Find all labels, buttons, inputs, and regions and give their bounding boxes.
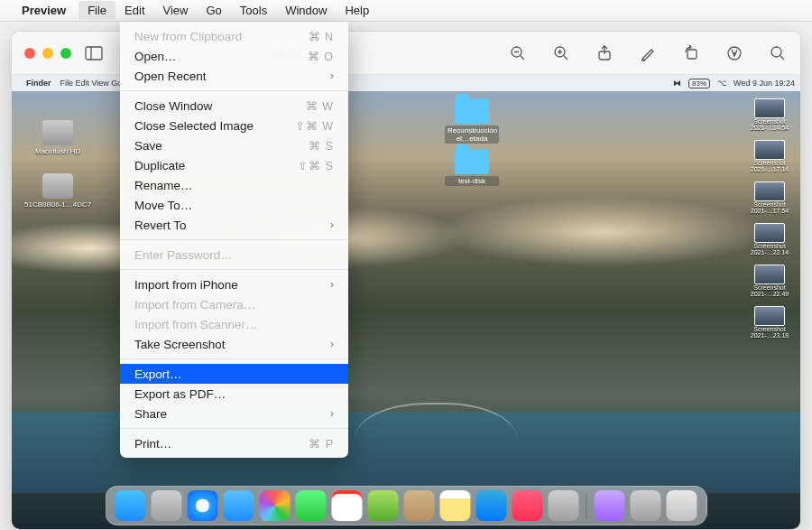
menu-help[interactable]: Help [336, 1, 378, 20]
desktop-screenshot[interactable]: Screenshot 2021-…23.18 [744, 306, 795, 339]
menu-separator [120, 90, 348, 91]
sidebar-toggle-icon[interactable] [84, 43, 104, 63]
menu-item-move-to[interactable]: Move To… [120, 195, 348, 215]
desktop-drive[interactable]: Macintosh HD [24, 120, 91, 155]
menu-item-open[interactable]: Open…⌘ O [120, 46, 348, 66]
menu-go[interactable]: Go [197, 1, 230, 20]
zoom-out-icon[interactable] [508, 43, 528, 63]
menu-item-enter-password: Enter Password… [120, 245, 348, 265]
share-icon[interactable] [595, 43, 614, 63]
menu-item-export-as-pdf[interactable]: Export as PDF… [120, 384, 348, 404]
menu-window[interactable]: Window [276, 1, 336, 20]
wifi-icon: ⧓ [673, 79, 681, 88]
dock-app-contacts[interactable] [404, 490, 435, 521]
menu-item-close-window[interactable]: Close Window⌘ W [120, 96, 348, 116]
desktop-screenshot[interactable]: Screenshot 2021-…22.14 [744, 223, 795, 256]
menu-item-revert-to[interactable]: Revert To› [120, 215, 348, 235]
zoom-in-icon[interactable] [551, 43, 571, 63]
menu-item-save[interactable]: Save⌘ S [120, 135, 348, 155]
search-icon[interactable] [768, 43, 788, 63]
dock-downloads[interactable] [631, 490, 661, 521]
desktop-screenshot[interactable]: Screenshot 2021-…17.54 [744, 181, 795, 214]
dock-app-calendar[interactable] [332, 490, 363, 521]
dock-app-launchpad[interactable] [152, 490, 182, 521]
menu-item-share[interactable]: Share› [120, 404, 348, 423]
svg-rect-0 [86, 47, 102, 60]
desktop-screenshot[interactable]: Screenshot 2021-…17.14 [744, 140, 795, 172]
dock-app-mail[interactable] [224, 490, 254, 521]
menu-separator [120, 239, 348, 240]
rotate-icon[interactable] [681, 43, 701, 63]
desktop-folder[interactable]: test-disk [445, 149, 499, 186]
menu-item-export[interactable]: Export… [120, 364, 348, 384]
dock-app-safari[interactable] [188, 490, 218, 521]
active-app-name[interactable]: Preview [22, 4, 66, 17]
menu-separator [120, 358, 348, 359]
menu-tools[interactable]: Tools [231, 1, 276, 20]
menu-item-print[interactable]: Print…⌘ P [120, 433, 348, 453]
dock-app-appstore[interactable] [476, 490, 507, 521]
dock-app-notes[interactable] [440, 490, 471, 521]
menu-item-import-from-scanner: Import from Scanner… [120, 314, 348, 334]
battery-status: 83% [688, 79, 710, 88]
file-menu-dropdown: New from Clipboard⌘ NOpen…⌘ OOpen Recent… [120, 22, 348, 458]
menu-item-new-from-clipboard: New from Clipboard⌘ N [120, 26, 348, 46]
menu-item-close-selected-image[interactable]: Close Selected Image⇧⌘ W [120, 116, 348, 135]
chevron-right-icon: › [330, 407, 334, 420]
dock-recent-app[interactable] [595, 490, 625, 521]
menu-separator [120, 269, 348, 270]
svg-point-15 [771, 47, 781, 57]
chevron-right-icon: › [330, 338, 334, 350]
menu-item-open-recent[interactable]: Open Recent› [120, 66, 348, 86]
menu-view[interactable]: View [154, 1, 198, 20]
dock-app-finder[interactable] [115, 490, 146, 521]
menu-separator [120, 428, 348, 429]
dock-app-settings[interactable] [549, 490, 579, 521]
toolbar-right [508, 43, 788, 63]
close-button[interactable] [24, 48, 35, 59]
desktop-screenshot[interactable]: Screenshot 2021-…14.54 [744, 98, 795, 131]
system-menubar: Preview FileEditViewGoToolsWindowHelp [0, 0, 812, 22]
clock: Wed 9 Jun 19:24 [734, 79, 795, 88]
dock-app-maps[interactable] [368, 490, 399, 521]
dock-trash[interactable] [667, 490, 697, 521]
menu-item-import-from-camera: Import from Camera… [120, 294, 348, 314]
chevron-right-icon: › [330, 219, 334, 231]
chevron-right-icon: › [330, 70, 334, 82]
menu-edit[interactable]: Edit [115, 1, 153, 20]
dock-separator [586, 492, 587, 519]
traffic-lights [24, 48, 71, 59]
svg-line-3 [521, 56, 524, 60]
minimize-button[interactable] [42, 48, 53, 59]
menu-item-import-from-iphone[interactable]: Import from iPhone› [120, 274, 348, 294]
menubar-menus: FileEditViewGoToolsWindowHelp [78, 1, 378, 20]
inner-app-name: Finder [26, 79, 51, 88]
menu-item-duplicate[interactable]: Duplicate⇧⌘ S [120, 155, 348, 175]
highlight-icon[interactable] [724, 43, 744, 63]
svg-line-6 [564, 56, 567, 60]
svg-rect-12 [687, 50, 697, 59]
desktop-drive[interactable]: 51CB8B06-1…4DC7 [24, 173, 91, 209]
markup-icon[interactable] [638, 43, 658, 63]
svg-line-16 [780, 56, 784, 60]
control-center-icon: ⌥ [717, 79, 726, 88]
maximize-button[interactable] [60, 48, 71, 59]
menu-file[interactable]: File [78, 1, 115, 20]
menu-item-rename[interactable]: Rename… [120, 175, 348, 195]
dock-app-music[interactable] [512, 490, 543, 521]
dock-app-photos[interactable] [260, 490, 291, 521]
desktop-screenshot[interactable]: Screenshot 2021-…22.49 [744, 265, 795, 297]
menu-item-take-screenshot[interactable]: Take Screenshot› [120, 334, 348, 354]
desktop-folder[interactable]: Reconstrucción et…etada [445, 98, 499, 144]
chevron-right-icon: › [330, 278, 334, 291]
dock-app-messages[interactable] [296, 490, 327, 521]
dock [106, 486, 707, 525]
